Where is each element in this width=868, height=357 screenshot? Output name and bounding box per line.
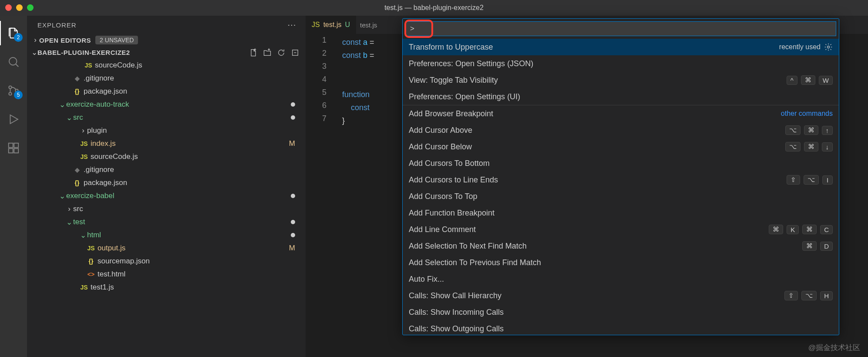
- refresh-icon[interactable]: [277, 48, 286, 57]
- command-item[interactable]: Add Selection To Previous Find Match: [403, 254, 839, 271]
- svg-point-1: [9, 86, 11, 88]
- close-window-button[interactable]: [5, 4, 12, 11]
- command-item[interactable]: Calls: Show Incoming Calls: [403, 304, 839, 320]
- command-item[interactable]: Add Cursor Above⌥⌘↑: [403, 122, 839, 138]
- js-file-icon: JS: [86, 245, 96, 252]
- tree-item[interactable]: <>test.html: [27, 268, 306, 281]
- keybinding-key: ⌘: [802, 241, 817, 251]
- keybinding-key: C: [820, 225, 833, 234]
- command-item[interactable]: Add Cursor Below⌥⌘↓: [403, 138, 839, 155]
- command-label: Add Cursors to Line Ends: [409, 175, 498, 185]
- command-label: Add Selection To Previous Find Match: [409, 258, 541, 267]
- new-file-icon[interactable]: [249, 48, 258, 57]
- command-label: Add Selection To Next Find Match: [409, 242, 527, 251]
- svg-point-2: [9, 92, 11, 95]
- tree-item[interactable]: {}sourcemap.json: [27, 255, 306, 268]
- command-item[interactable]: Calls: Show Outgoing Calls: [403, 320, 839, 335]
- tree-folder[interactable]: ⌄test: [27, 216, 306, 229]
- js-file-icon: JS: [312, 21, 320, 29]
- command-label: Add Function Breakpoint: [409, 209, 495, 218]
- keybinding-key: ^: [787, 76, 797, 85]
- command-item[interactable]: Add Selection To Next Find Match⌘D: [403, 238, 839, 254]
- activity-scm[interactable]: 5: [0, 78, 27, 103]
- svg-rect-7: [14, 148, 18, 153]
- activity-bar: 2 5: [0, 16, 27, 357]
- command-item[interactable]: View: Toggle Tab Visibility^⌘W: [403, 72, 839, 88]
- command-item[interactable]: Calls: Show Call Hierarchy⇧⌥H: [403, 287, 839, 304]
- keybinding-key: ↑: [822, 126, 833, 135]
- project-section[interactable]: ⌄ BABEL-PLUGIN-EXERCIZE2: [27, 46, 306, 59]
- maximize-window-button[interactable]: [27, 4, 34, 11]
- tree-item[interactable]: ◆.gitignore: [27, 72, 306, 85]
- tree-item[interactable]: JSoutput.jsM: [27, 242, 306, 255]
- untracked-dot-icon: [291, 194, 295, 198]
- command-label: Preferences: Open Settings (UI): [409, 92, 520, 101]
- new-folder-icon[interactable]: [263, 48, 272, 57]
- command-label: Transform to Uppercase: [409, 43, 493, 52]
- chevron-down-icon: ⌄: [65, 113, 73, 122]
- tree-folder[interactable]: ›src: [27, 202, 306, 216]
- keybinding-key: ⌘: [769, 225, 783, 234]
- code-lines: const a = const b = function const }: [342, 36, 374, 127]
- activity-explorer[interactable]: 2: [0, 21, 27, 45]
- tree-folder[interactable]: ›plugin: [27, 124, 306, 137]
- debug-icon: [7, 113, 20, 126]
- open-editors-section[interactable]: › OPEN EDITORS 2 UNSAVED: [27, 34, 306, 46]
- tree-item[interactable]: ◆.gitignore: [27, 163, 306, 176]
- window-controls: [5, 4, 34, 11]
- tree-item[interactable]: JSindex.jsM: [27, 137, 306, 150]
- command-item[interactable]: Add Line Comment⌘K⌘C: [403, 221, 839, 238]
- command-item[interactable]: Auto Fix...: [403, 271, 839, 287]
- modified-indicator: M: [287, 139, 295, 148]
- hint-recently-used: recently used: [779, 43, 821, 51]
- tree-folder[interactable]: ⌄src: [27, 111, 306, 124]
- command-label: Preferences: Open Settings (JSON): [409, 59, 533, 68]
- activity-search[interactable]: [0, 50, 27, 74]
- gitignore-icon: ◆: [72, 75, 82, 82]
- json-file-icon: {}: [72, 179, 82, 186]
- activity-extensions[interactable]: [0, 136, 27, 160]
- command-palette-input[interactable]: [405, 21, 836, 36]
- editor-tab[interactable]: JS test.js U: [306, 16, 357, 34]
- command-label: Auto Fix...: [409, 275, 444, 284]
- tree-item[interactable]: JStest1.js: [27, 281, 306, 294]
- scm-badge: 5: [14, 91, 23, 99]
- chevron-right-icon: ›: [79, 126, 87, 135]
- tree-item[interactable]: JSsourceCode.js: [27, 59, 306, 72]
- breadcrumb[interactable]: test.js: [357, 21, 380, 29]
- tree-folder[interactable]: ⌄exercize-babel: [27, 189, 306, 202]
- tree-folder[interactable]: ⌄exercize-auto-track: [27, 98, 306, 111]
- gear-icon[interactable]: [824, 43, 833, 51]
- command-item[interactable]: Add Cursors To Bottom: [403, 155, 839, 172]
- sidebar-title: EXPLORER: [37, 21, 77, 29]
- command-item[interactable]: Add Cursors To Top: [403, 188, 839, 205]
- tree-item[interactable]: {}package.json: [27, 85, 306, 98]
- titlebar: test.js — babel-plugin-exercize2: [0, 0, 868, 16]
- minimize-window-button[interactable]: [16, 4, 23, 11]
- command-item[interactable]: Preferences: Open Settings (UI): [403, 88, 839, 105]
- unsaved-badge: 2 UNSAVED: [95, 36, 138, 44]
- command-item[interactable]: Transform to Uppercaserecently used: [403, 39, 839, 55]
- command-item[interactable]: Add Browser Breakpointother commands: [403, 105, 839, 122]
- tree-folder[interactable]: ⌄html: [27, 229, 306, 242]
- keybinding-key: ⌥: [801, 291, 817, 300]
- command-item[interactable]: Add Cursors to Line Ends⇧⌥I: [403, 172, 839, 188]
- keybinding-key: H: [820, 291, 833, 300]
- command-item[interactable]: Preferences: Open Settings (JSON): [403, 55, 839, 72]
- command-item[interactable]: Add Function Breakpoint: [403, 205, 839, 221]
- chevron-right-icon: ›: [65, 205, 73, 213]
- modified-indicator: M: [287, 244, 295, 253]
- js-file-icon: JS: [79, 284, 89, 291]
- activity-debug[interactable]: [0, 107, 27, 131]
- tree-item[interactable]: JSsourceCode.js: [27, 150, 306, 163]
- keybinding-key: ↓: [822, 142, 833, 152]
- collapse-all-icon[interactable]: [291, 48, 299, 57]
- chevron-down-icon: ⌄: [58, 100, 66, 109]
- command-label: View: Toggle Tab Visibility: [409, 76, 498, 85]
- tree-item[interactable]: {}package.json: [27, 176, 306, 189]
- command-palette-list[interactable]: Transform to Uppercaserecently usedPrefe…: [403, 39, 839, 335]
- keybinding-key: I: [822, 175, 833, 185]
- sidebar-more-icon[interactable]: ⋯: [287, 20, 297, 30]
- chevron-down-icon: ⌄: [65, 218, 73, 227]
- js-file-icon: JS: [84, 62, 93, 69]
